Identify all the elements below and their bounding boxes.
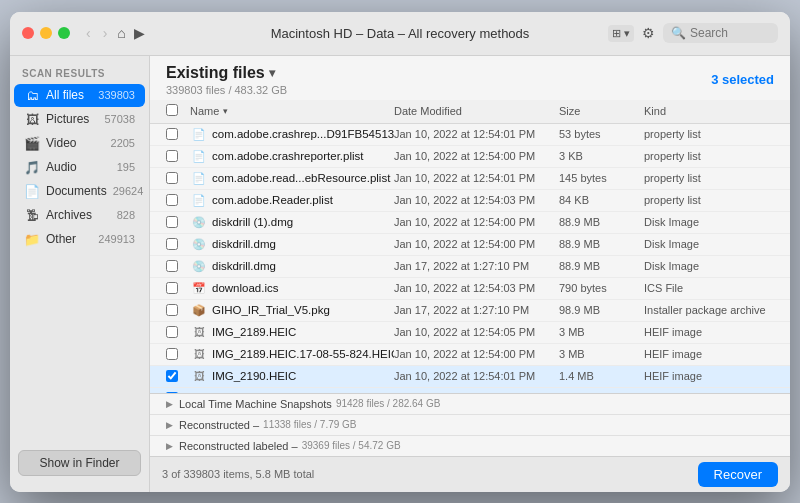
table-row[interactable]: 📄 com.adobe.read...ebResource.plist ◉◎ J… [150,168,790,190]
file-name: IMG_2190.HEIC [212,370,394,382]
file-size: 3 KB [559,150,644,162]
file-checkbox[interactable] [166,128,178,140]
table-row[interactable]: 📄 com.adobe.crashrep...D91FB545130C.plis… [150,124,790,146]
file-count-info: 339803 files / 483.32 GB [166,84,287,96]
back-button[interactable]: ‹ [82,23,95,43]
table-row[interactable]: 🖼 IMG_2189.HEIC Jan 10, 2022 at 12:54:05… [150,322,790,344]
footer-section-row[interactable]: ▶ Local Time Machine Snapshots 91428 fil… [150,394,790,415]
file-checkbox[interactable] [166,282,178,294]
search-input[interactable] [690,26,770,40]
file-checkbox[interactable] [166,172,178,184]
show-in-finder-button[interactable]: Show in Finder [18,450,141,476]
footer-section-row[interactable]: ▶ Reconstructed labeled – 39369 files / … [150,436,790,456]
file-kind: property list [644,194,774,206]
file-checkbox[interactable] [166,194,178,206]
footer-section-sub: 91428 files / 282.64 GB [336,398,441,409]
file-size: 88.9 MB [559,238,644,250]
file-checkbox[interactable] [166,216,178,228]
file-type-icon: 💿 [190,238,208,251]
sidebar-item-audio[interactable]: 🎵 Audio 195 [14,156,145,179]
sidebar-item-pictures[interactable]: 🖼 Pictures 57038 [14,108,145,131]
file-kind: property list [644,150,774,162]
play-button[interactable]: ▶ [134,25,145,41]
table-row[interactable]: 🖼 IMG_2189.HEIC.17-08-55-824.HEIC Jan 10… [150,344,790,366]
file-kind: property list [644,128,774,140]
file-checkbox[interactable] [166,370,178,382]
file-name: download.ics [212,282,394,294]
footer-section-row[interactable]: ▶ Reconstructed – 11338 files / 7.79 GB [150,415,790,436]
search-box: 🔍 [663,23,778,43]
sidebar-item-all-files[interactable]: 🗂 All files 339803 [14,84,145,107]
col-check-header [166,104,190,119]
file-kind: HEIF image [644,348,774,360]
file-checkbox[interactable] [166,348,178,360]
file-name: diskdrill.dmg [212,238,394,250]
checkbox-cell [166,216,190,228]
table-row[interactable]: 📦 GIHO_IR_Trial_V5.pkg Jan 17, 2022 at 1… [150,300,790,322]
col-date-header[interactable]: Date Modified [394,105,559,117]
col-size-header[interactable]: Size [559,105,644,117]
file-name: GIHO_IR_Trial_V5.pkg [212,304,394,316]
file-checkbox[interactable] [166,238,178,250]
sidebar-icon-documents: 📄 [24,184,40,199]
file-checkbox[interactable] [166,304,178,316]
file-kind: Disk Image [644,216,774,228]
file-checkbox[interactable] [166,260,178,272]
file-date: Jan 10, 2022 at 12:54:00 PM [394,238,559,250]
table-row[interactable]: 📅 download.ics Jan 10, 2022 at 12:54:03 … [150,278,790,300]
sidebar-item-archives[interactable]: 🗜 Archives 828 [14,204,145,227]
table-row[interactable]: 💿 diskdrill (1).dmg Jan 10, 2022 at 12:5… [150,212,790,234]
file-kind: Disk Image [644,238,774,250]
checkbox-cell [166,326,190,338]
sort-arrow-icon: ▾ [223,106,228,116]
col-name-header[interactable]: Name ▾ [190,105,394,117]
file-size: 53 bytes [559,128,644,140]
table-row[interactable]: 💿 diskdrill.dmg Jan 17, 2022 at 1:27:10 … [150,256,790,278]
view-toggle[interactable]: ⊞ ▾ [608,25,634,42]
table-row[interactable]: 📄 com.adobe.crashreporter.plist Jan 10, … [150,146,790,168]
sidebar-icon-archives: 🗜 [24,208,40,223]
expand-icon: ▶ [166,420,173,430]
maximize-button[interactable] [58,27,70,39]
filter-button[interactable]: ⚙ [642,25,655,41]
sidebar-count-other: 249913 [98,233,135,245]
file-kind: HEIF image [644,326,774,338]
existing-files-label: Existing files [166,64,265,82]
file-date: Jan 10, 2022 at 12:54:00 PM [394,216,559,228]
file-date: Jan 10, 2022 at 12:54:00 PM [394,348,559,360]
col-kind-header[interactable]: Kind [644,105,774,117]
table-row[interactable]: 📄 com.adobe.Reader.plist Jan 10, 2022 at… [150,190,790,212]
sidebar-section-title: Scan results [10,64,149,83]
checkbox-cell [166,370,190,382]
file-size: 88.9 MB [559,260,644,272]
file-date: Jan 10, 2022 at 12:54:05 PM [394,326,559,338]
home-button[interactable]: ⌂ [117,25,125,41]
file-type-icon: 🖼 [190,348,208,360]
table-row[interactable]: 🖼 IMG_2190.HEIC Jan 10, 2022 at 12:54:01… [150,366,790,388]
file-name: com.adobe.read...ebResource.plist ◉◎ [212,172,394,184]
file-kind: Disk Image [644,260,774,272]
file-kind: ICS File [644,282,774,294]
sidebar-label-archives: Archives [46,208,111,222]
close-button[interactable] [22,27,34,39]
file-checkbox[interactable] [166,326,178,338]
checkbox-cell [166,238,190,250]
select-all-checkbox[interactable] [166,104,178,116]
expand-icon: ▶ [166,441,173,451]
forward-button[interactable]: › [99,23,112,43]
recover-button[interactable]: Recover [698,462,778,487]
file-area-header: Existing files ▾ 339803 files / 483.32 G… [150,56,790,100]
table-row[interactable]: 💿 diskdrill.dmg Jan 10, 2022 at 12:54:00… [150,234,790,256]
sidebar-item-documents[interactable]: 📄 Documents 29624 [14,180,145,203]
sidebar-count-audio: 195 [117,161,135,173]
minimize-button[interactable] [40,27,52,39]
sidebar-item-other[interactable]: 📁 Other 249913 [14,228,145,251]
existing-files-title[interactable]: Existing files ▾ [166,64,287,82]
file-checkbox[interactable] [166,150,178,162]
file-kind: HEIF image [644,370,774,382]
file-type-icon: 🖼 [190,370,208,382]
sidebar-item-video[interactable]: 🎬 Video 2205 [14,132,145,155]
titlebar-right: ⊞ ▾ ⚙ 🔍 [608,23,778,43]
sidebar-label-audio: Audio [46,160,111,174]
checkbox-cell [166,282,190,294]
